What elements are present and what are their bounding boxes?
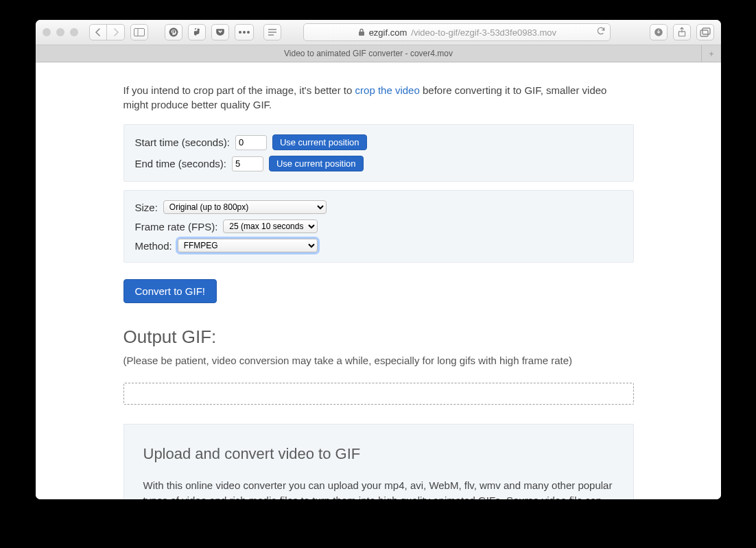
address-bar[interactable]: ezgif.com/video-to-gif/ezgif-3-53d3fe098… bbox=[303, 23, 611, 41]
new-tab-button[interactable]: ＋ bbox=[702, 45, 721, 62]
window-controls bbox=[43, 28, 78, 36]
minimize-window-button[interactable] bbox=[56, 28, 64, 36]
svg-rect-13 bbox=[702, 28, 710, 34]
method-select[interactable]: FFMPEG bbox=[178, 239, 318, 252]
reader-button[interactable] bbox=[263, 24, 281, 40]
sidebar-button[interactable] bbox=[130, 24, 148, 40]
page-viewport[interactable]: If you intend to crop part of the image,… bbox=[36, 62, 721, 499]
svg-rect-12 bbox=[700, 30, 708, 36]
svg-point-4 bbox=[243, 31, 246, 34]
fps-select[interactable]: 25 (max 10 seconds) bbox=[223, 219, 318, 233]
start-time-input[interactable] bbox=[235, 135, 267, 150]
info-heading: Upload and convert video to GIF bbox=[143, 445, 614, 463]
tab-strip: Video to animated GIF converter - cover4… bbox=[36, 45, 721, 62]
svg-rect-0 bbox=[134, 29, 145, 36]
output-placeholder bbox=[123, 383, 634, 405]
svg-point-2 bbox=[169, 28, 178, 37]
start-time-label: Start time (seconds): bbox=[135, 136, 230, 148]
tab-title: Video to animated GIF converter - cover4… bbox=[284, 49, 453, 58]
pocket-ext-icon[interactable] bbox=[211, 24, 229, 40]
intro-text: If you intend to crop part of the image,… bbox=[123, 83, 634, 112]
url-domain: ezgif.com bbox=[369, 27, 407, 38]
svg-rect-9 bbox=[359, 32, 364, 36]
output-note: (Please be patient, video conversion may… bbox=[123, 355, 634, 366]
back-button[interactable] bbox=[89, 24, 107, 40]
crop-video-link[interactable]: crop the video bbox=[355, 84, 420, 96]
share-button[interactable] bbox=[673, 24, 691, 40]
size-select[interactable]: Original (up to 800px) bbox=[163, 200, 327, 214]
reload-button[interactable] bbox=[596, 26, 606, 36]
size-label: Size: bbox=[135, 202, 158, 213]
pinterest-ext-icon[interactable] bbox=[165, 24, 182, 40]
options-panel: Size: Original (up to 800px) Frame rate … bbox=[123, 190, 634, 263]
svg-point-5 bbox=[247, 31, 250, 34]
convert-button[interactable]: Convert to GIF! bbox=[123, 279, 217, 303]
downloads-button[interactable] bbox=[650, 24, 668, 40]
titlebar: ezgif.com/video-to-gif/ezgif-3-53d3fe098… bbox=[36, 20, 721, 45]
use-current-position-start-button[interactable]: Use current position bbox=[272, 134, 367, 150]
browser-window: ezgif.com/video-to-gif/ezgif-3-53d3fe098… bbox=[36, 20, 721, 499]
use-current-position-end-button[interactable]: Use current position bbox=[269, 156, 364, 171]
nav-back-forward bbox=[89, 24, 125, 40]
info-body: With this online video converter you can… bbox=[143, 478, 614, 499]
zoom-window-button[interactable] bbox=[70, 28, 78, 36]
end-time-label: End time (seconds): bbox=[135, 158, 226, 169]
info-box: Upload and convert video to GIF With thi… bbox=[123, 424, 634, 499]
method-label: Method: bbox=[135, 240, 172, 252]
tab-current[interactable]: Video to animated GIF converter - cover4… bbox=[36, 45, 702, 62]
evernote-ext-icon[interactable] bbox=[188, 24, 206, 40]
fps-label: Frame rate (FPS): bbox=[135, 221, 218, 233]
url-path: /video-to-gif/ezgif-3-53d3fe0983.mov bbox=[411, 27, 556, 38]
time-panel: Start time (seconds): Use current positi… bbox=[123, 124, 634, 182]
end-time-input[interactable] bbox=[232, 156, 263, 171]
lock-icon bbox=[358, 28, 365, 36]
more-ext-icon[interactable] bbox=[235, 24, 254, 40]
close-window-button[interactable] bbox=[43, 28, 51, 36]
tabs-button[interactable] bbox=[696, 24, 714, 40]
svg-point-3 bbox=[239, 31, 241, 34]
forward-button[interactable] bbox=[107, 24, 125, 40]
output-heading: Output GIF: bbox=[123, 326, 634, 348]
